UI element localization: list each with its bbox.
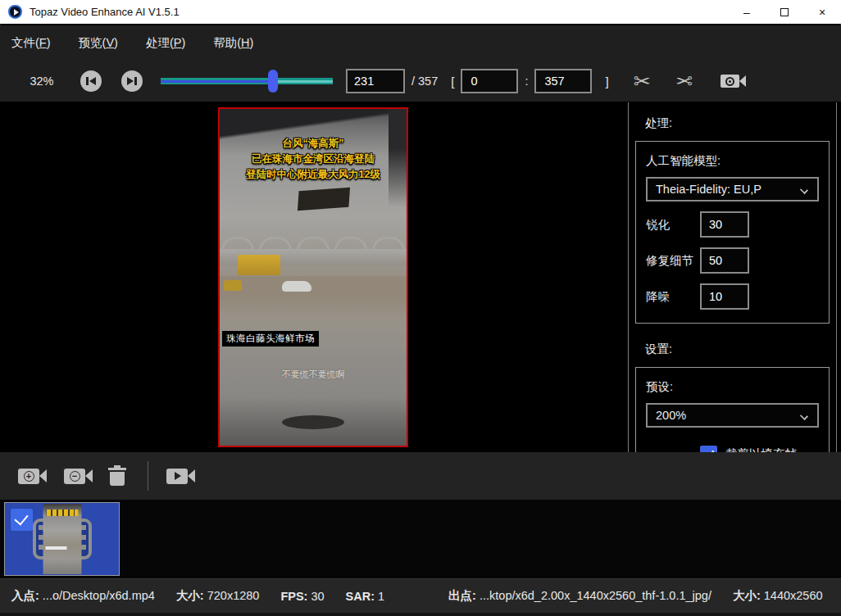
minimize-button[interactable]: –	[728, 0, 766, 24]
preset-label: 预设:	[646, 379, 819, 395]
settings-panel: 处理: 人工智能模型: Theia-Fidelity: EU,P 锐化 修复细节…	[628, 102, 837, 452]
current-frame-input[interactable]	[346, 69, 405, 93]
remove-video-camera-icon: −	[64, 469, 85, 484]
title-bar: Topaz Video Enhance AI V1.5.1 – ×	[0, 0, 841, 25]
chevron-down-icon	[800, 186, 808, 194]
header: 文件(F) 预览(V) 处理(P) 帮助(H) 32% / 357 [ :	[0, 25, 841, 102]
skip-to-end-button[interactable]	[121, 70, 143, 92]
remove-video-button[interactable]: −	[64, 469, 85, 484]
trim-start-input[interactable]	[461, 69, 518, 93]
processing-heading: 处理:	[645, 116, 836, 131]
process-video-button[interactable]	[166, 469, 188, 484]
menu-file-pre: 文件(	[11, 36, 39, 49]
menu-help-pre: 帮助(	[213, 36, 241, 49]
video-caption-top: 台风“海高斯” 已在珠海市金湾区沿海登陆 登陆时中心附近最大风力12级	[220, 136, 407, 182]
denoise-label: 降噪	[646, 289, 700, 305]
video-hanging-box	[298, 188, 350, 211]
app-window: Topaz Video Enhance AI V1.5.1 – × 文件(F) …	[0, 0, 841, 616]
video-preview[interactable]: 台风“海高斯” 已在珠海市金湾区沿海登陆 登陆时中心附近最大风力12级 珠海白藤…	[218, 107, 408, 447]
status-out-size: 大小:1440x2560	[733, 588, 823, 604]
menu-preview[interactable]: 预览(V)	[79, 35, 118, 51]
sharpen-label: 锐化	[646, 217, 700, 233]
maximize-button[interactable]	[766, 0, 803, 24]
menu-help-post: )	[250, 36, 254, 49]
menu-preview-pre: 预览(	[79, 36, 107, 49]
slider-remaining-line	[273, 80, 334, 83]
window-bottom-edge	[0, 613, 841, 616]
main-preview-area: 台风“海高斯” 已在珠海市金湾区沿海登陆 登陆时中心附近最大风力12级 珠海白藤…	[0, 102, 841, 452]
skip-to-start-button[interactable]	[80, 70, 102, 92]
ai-model-dropdown[interactable]: Theia-Fidelity: EU,P	[646, 177, 819, 202]
menu-help-key: H	[241, 36, 249, 49]
toolbar: 32% / 357 [ : ] ✂ ✂	[0, 61, 841, 102]
caption-line-3: 登陆时中心附近最大风力12级	[220, 167, 407, 183]
maximize-icon	[780, 8, 789, 16]
preset-value: 200%	[656, 409, 686, 422]
denoise-input[interactable]	[700, 283, 749, 310]
video-flood-water	[220, 276, 407, 315]
add-video-button[interactable]: +	[18, 469, 39, 484]
slider-handle[interactable]	[268, 70, 278, 93]
restore-detail-label: 修复细节	[646, 253, 700, 269]
status-in-point: 入点:...o/Desktop/x6d.mp4	[11, 588, 155, 604]
trim-bracket-open: [	[451, 75, 454, 88]
video-caption-tag: 珠海白藤头海鲜市场	[222, 331, 319, 346]
toolbar-divider	[148, 461, 148, 491]
video-yellow-sign	[238, 255, 280, 275]
video-yellow-object	[224, 280, 242, 291]
menu-preview-post: )	[114, 36, 118, 49]
menu-help[interactable]: 帮助(H)	[213, 35, 253, 51]
process-video-camera-icon	[166, 469, 188, 484]
close-button[interactable]: ×	[803, 0, 841, 24]
slider-progress-line	[161, 80, 273, 83]
eye-icon	[725, 77, 734, 86]
batch-toolbar: + −	[0, 452, 841, 500]
chevron-down-icon	[800, 412, 808, 420]
skip-to-start-icon	[86, 77, 96, 85]
ai-model-value: Theia-Fidelity: EU,P	[656, 183, 761, 196]
menu-file-post: )	[47, 36, 51, 49]
video-bottom-shade	[220, 396, 407, 446]
status-bar: 入点:...o/Desktop/x6d.mp4 大小:720x1280 FPS:…	[0, 578, 841, 613]
menu-file[interactable]: 文件(F)	[11, 35, 51, 51]
caption-line-2: 已在珠海市金湾区沿海登陆	[220, 152, 407, 167]
skip-to-end-icon	[127, 77, 137, 85]
preview-camera-button[interactable]	[721, 75, 739, 88]
status-out-point: 出点:...ktop/x6d_2.00x_1440x2560_thf-1.0.1…	[448, 588, 711, 604]
crop-to-fill-checkbox[interactable]	[700, 446, 717, 452]
preview-camera-icon	[721, 75, 739, 88]
status-sar: SAR:1	[346, 590, 385, 603]
menu-bar: 文件(F) 预览(V) 处理(P) 帮助(H)	[0, 25, 841, 61]
status-in-size: 大小:720x1280	[176, 588, 260, 604]
thumbnail-strip	[0, 500, 841, 578]
sharpen-input[interactable]	[700, 211, 749, 238]
menu-process-post: )	[181, 36, 185, 49]
menu-process[interactable]: 处理(P)	[146, 35, 185, 51]
trim-colon: :	[525, 75, 528, 88]
trim-out-scissors-icon[interactable]: ✂	[675, 71, 693, 92]
trim-bracket-close: ]	[605, 75, 608, 88]
window-title: Topaz Video Enhance AI V1.5.1	[30, 6, 180, 18]
crop-to-fill-label: 裁剪以填充帧	[725, 446, 797, 452]
preset-dropdown[interactable]: 200%	[646, 403, 819, 428]
preset-groupbox: 预设: 200% 裁剪以填充帧	[635, 367, 830, 452]
menu-preview-key: V	[106, 36, 114, 49]
menu-process-pre: 处理(	[146, 36, 174, 49]
video-thumbnail-tile[interactable]	[4, 502, 120, 576]
zoom-level-label: 32%	[23, 75, 61, 88]
ai-model-groupbox: 人工智能模型: Theia-Fidelity: EU,P 锐化 修复细节 降噪	[635, 141, 830, 324]
caption-line-1: 台风“海高斯”	[220, 136, 407, 152]
timeline-slider[interactable]	[161, 70, 333, 92]
restore-detail-input[interactable]	[700, 247, 749, 274]
delete-button[interactable]	[108, 466, 126, 486]
menu-process-key: P	[174, 36, 182, 49]
video-thumbnail-image	[43, 504, 81, 574]
trim-in-scissors-icon[interactable]: ✂	[634, 71, 651, 92]
add-video-camera-icon: +	[18, 469, 39, 484]
trim-end-input[interactable]	[534, 69, 592, 93]
ai-model-label: 人工智能模型:	[646, 153, 819, 169]
thumbnail-checkbox[interactable]	[11, 509, 33, 531]
menu-file-key: F	[39, 36, 47, 49]
video-car	[282, 281, 311, 292]
total-frames-label: / 357	[411, 75, 438, 88]
